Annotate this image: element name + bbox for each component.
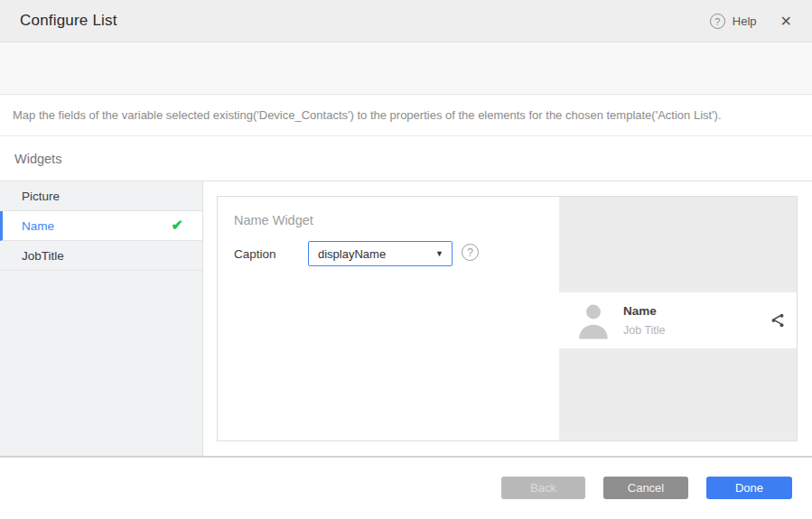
sidebar-item-name[interactable]: Name ✔ — [0, 211, 202, 241]
caption-label: Caption — [234, 247, 276, 261]
panel-heading: Name Widget — [234, 213, 313, 227]
widget-item-label: Picture — [22, 190, 60, 203]
caption-dropdown[interactable]: displayName ▼ — [308, 241, 453, 266]
close-icon[interactable]: ✕ — [777, 11, 796, 32]
preview-name-text: Name — [623, 304, 666, 318]
wizard-stepper: Data Template 3 Bind Fields — [0, 42, 812, 95]
caption-dropdown-value: displayName — [318, 247, 386, 261]
widgets-sidebar: Picture Name ✔ JobTitle — [0, 181, 203, 456]
configure-list-dialog: Configure List ? Help ✕ Data Template 3 — [0, 0, 812, 519]
sidebar-item-jobtitle[interactable]: JobTitle — [0, 241, 202, 271]
avatar-icon — [576, 300, 611, 341]
sidebar-item-picture[interactable]: Picture — [0, 181, 202, 211]
widget-item-label: JobTitle — [22, 249, 64, 263]
share-icon — [770, 312, 786, 329]
caption-help-icon[interactable]: ? — [462, 244, 479, 261]
dialog-header: Configure List ? Help ✕ — [0, 0, 812, 42]
description-row: Map the fields of the variable selected … — [0, 95, 812, 136]
name-widget-panel: Name Widget Caption displayName ▼ ? Name… — [217, 196, 798, 441]
widget-item-label: Name — [22, 219, 54, 233]
chevron-down-icon: ▼ — [435, 249, 443, 258]
cancel-button[interactable]: Cancel — [603, 477, 688, 499]
mapping-description: Map the fields of the variable selected … — [13, 108, 722, 122]
help-link[interactable]: Help — [733, 14, 757, 28]
help-icon[interactable]: ? — [710, 14, 725, 29]
widgets-heading: Widgets — [14, 152, 61, 166]
preview-list-item: Name Job Title — [559, 292, 797, 348]
configured-check-icon: ✔ — [172, 217, 183, 234]
body-area: Picture Name ✔ JobTitle Name Widget Capt… — [0, 181, 812, 456]
page-title: Configure List — [20, 12, 117, 30]
widgets-heading-row: Widgets — [0, 136, 812, 181]
preview-jobtitle-text: Job Title — [623, 324, 666, 337]
dialog-footer: Back Cancel Done — [0, 456, 812, 519]
done-button[interactable]: Done — [706, 477, 792, 499]
template-preview: Name Job Title — [559, 197, 797, 440]
back-button[interactable]: Back — [501, 477, 585, 499]
